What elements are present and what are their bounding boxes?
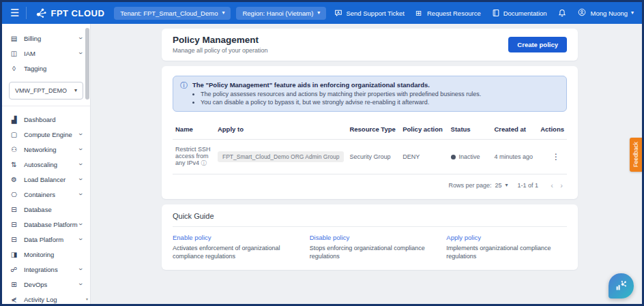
devops-icon: ⊞ [10, 281, 18, 288]
policy-table: Name Apply to Resource Type Policy actio… [173, 120, 567, 174]
database-platform-icon: ⊟ [10, 221, 18, 228]
quick-guide-title: Quick Guide [173, 212, 567, 227]
sidebar-scrollbar[interactable]: ▾ [85, 27, 89, 301]
send-support-ticket-label: Send Support Ticket [346, 10, 405, 17]
header-resource-type[interactable]: Resource Type [347, 120, 400, 140]
apply-policy-link[interactable]: Apply policy [446, 234, 567, 241]
sidebar-item-load-balancer[interactable]: ⚙Load Balancer› [2, 172, 90, 187]
chevron-down-icon: › [77, 266, 84, 272]
sidebar-item-iam[interactable]: ◫IAM› [2, 46, 90, 61]
policy-action-cell: DENY [400, 140, 448, 174]
sidebar-item-database-platform[interactable]: ⊟Database Platform› [2, 217, 90, 232]
hamburger-menu-icon[interactable]: ☰ [10, 7, 19, 19]
request-resource-icon: ⊞ [415, 9, 424, 17]
sidebar-item-containers[interactable]: ⎔Containers› [2, 187, 90, 202]
status-dot [451, 155, 456, 159]
create-policy-button[interactable]: Create policy [508, 37, 567, 52]
monitoring-icon: ◨ [10, 251, 18, 258]
user-avatar-icon [578, 8, 587, 18]
enable-policy-description: Activates enforcement of organizational … [173, 244, 293, 260]
row-kebab-menu-icon[interactable]: ⋮ [548, 152, 564, 162]
sidebar-item-label: IAM [24, 50, 78, 57]
sidebar-item-label: Tagging [24, 65, 83, 72]
chevron-down-icon: ▾ [631, 10, 634, 16]
header-actions: Actions [538, 120, 567, 140]
header-policy-action[interactable]: Policy action [400, 120, 448, 140]
tenant-selector[interactable]: Tenant: FPT_Smart_Cloud_Demo ▾ [114, 7, 231, 20]
policy-name-cell: Restrict SSH access from any IPv4 ⓘ [173, 140, 215, 174]
page-header-card: Policy Management Manage all policy of y… [162, 29, 578, 61]
sidebar: ▤Billing›◫IAM›◊Tagging VMW_FPT_DEMO ▾ ▟D… [2, 24, 91, 304]
tag-icon: ◊ [10, 65, 18, 72]
tenant-label: Tenant: FPT_Smart_Cloud_Demo [120, 10, 218, 17]
project-select[interactable]: VMW_FPT_DEMO ▾ [9, 82, 83, 100]
rows-per-page-label: Rows per page: [449, 182, 492, 189]
sidebar-item-monitoring[interactable]: ◨Monitoring [2, 247, 90, 262]
request-resource-link[interactable]: ⊞ Request Resource [415, 9, 481, 17]
table-header-row: Name Apply to Resource Type Policy actio… [173, 120, 567, 140]
chevron-down-icon: ▾ [506, 183, 508, 188]
app-window: ☰ FPT CLOUD Tenant: FPT_Smart_Cloud_Demo… [0, 0, 644, 306]
chevron-down-icon: › [77, 50, 84, 56]
sidebar-item-activity-log[interactable]: ⋞Activity Log [2, 292, 90, 306]
apply-to-cell: FPT_Smart_Cloud_Demo ORG Admin Group [215, 140, 347, 174]
page-title: Policy Management [173, 35, 268, 45]
header-name[interactable]: Name [173, 120, 215, 140]
activity-log-icon: ⋞ [10, 296, 18, 303]
sidebar-item-label: Autoscaling [24, 161, 78, 168]
top-bar: ☰ FPT CLOUD Tenant: FPT_Smart_Cloud_Demo… [2, 2, 642, 24]
user-menu[interactable]: Mong Nuong ▾ [578, 8, 634, 18]
sidebar-item-data-platform[interactable]: ⊟Data Platform› [2, 232, 90, 247]
policy-info-icon[interactable]: ⓘ [201, 159, 207, 166]
disable-policy-link[interactable]: Disable policy [310, 234, 430, 241]
scrollbar-down-arrow-icon[interactable]: ▾ [85, 296, 89, 301]
chevron-down-icon: › [77, 221, 84, 227]
documentation-link[interactable]: Documentation [492, 9, 547, 17]
sidebar-item-tagging[interactable]: ◊Tagging [2, 61, 90, 76]
header-apply-to[interactable]: Apply to [215, 120, 347, 140]
region-selector[interactable]: Region: Hanoi (Vietnam) ▾ [236, 7, 326, 20]
sidebar-item-dashboard[interactable]: ▟Dashboard [2, 112, 90, 127]
main-content: Policy Management Manage all policy of y… [91, 24, 642, 304]
sidebar-item-label: Load Balancer [24, 176, 78, 183]
rows-per-page-selector[interactable]: Rows per page: 25 ▾ [449, 182, 508, 189]
request-resource-label: Request Resource [427, 10, 481, 17]
header-created-at[interactable]: Created at [492, 120, 538, 140]
previous-page-button[interactable]: ‹ [548, 181, 556, 189]
chevron-down-icon: › [77, 192, 84, 197]
created-at-cell: 4 minutes ago [492, 140, 538, 174]
chevron-down-icon: › [77, 35, 84, 41]
sidebar-item-compute-engine[interactable]: ▢Compute Engine› [2, 127, 90, 142]
sidebar-item-database[interactable]: ⊟Database [2, 202, 90, 217]
fpt-molecule-icon [35, 7, 47, 18]
apply-policy-description: Implements organizational compliance reg… [446, 244, 567, 260]
scrollbar-thumb[interactable] [85, 28, 89, 100]
fpt-cloud-logo[interactable]: FPT CLOUD [35, 7, 104, 18]
sidebar-item-autoscaling[interactable]: ⇅Autoscaling› [2, 157, 90, 172]
guide-apply-policy: Apply policy Implements organizational c… [446, 234, 567, 260]
notification-bell-icon[interactable] [558, 9, 567, 18]
sidebar-item-billing[interactable]: ▤Billing› [2, 31, 90, 46]
feedback-tab[interactable]: Feedback [630, 138, 642, 172]
sidebar-item-devops[interactable]: ⊞DevOps› [2, 277, 90, 292]
header-status[interactable]: Status [448, 120, 492, 140]
chevron-down-icon: ▾ [222, 10, 224, 16]
banner-bullet: You can disable a policy to bypass it, b… [201, 99, 481, 106]
fpt-chat-icon [615, 279, 628, 292]
pagination-range: 1-1 of 1 [518, 182, 539, 189]
enable-policy-link[interactable]: Enable policy [173, 234, 293, 241]
info-icon: ⓘ [180, 81, 188, 106]
chevron-down-icon: › [77, 236, 84, 242]
next-page-button[interactable]: › [557, 181, 566, 189]
table-row: Restrict SSH access from any IPv4 ⓘ FPT_… [173, 140, 567, 174]
sidebar-item-integrations[interactable]: ☍Integrations› [2, 262, 90, 277]
sidebar-item-label: DevOps [24, 281, 78, 288]
chat-support-button[interactable] [609, 273, 634, 299]
sidebar-main-group: ▟Dashboard▢Compute Engine›⚇Networking›⇅A… [2, 112, 90, 306]
load-balancer-icon: ⚙ [10, 176, 18, 183]
sidebar-item-networking[interactable]: ⚇Networking› [2, 142, 90, 157]
sidebar-item-label: Dashboard [24, 116, 83, 123]
pagination-bar: Rows per page: 25 ▾ 1-1 of 1 ‹ › [173, 174, 567, 192]
send-support-ticket-link[interactable]: Send Support Ticket [334, 9, 405, 17]
chevron-down-icon: › [77, 281, 84, 287]
